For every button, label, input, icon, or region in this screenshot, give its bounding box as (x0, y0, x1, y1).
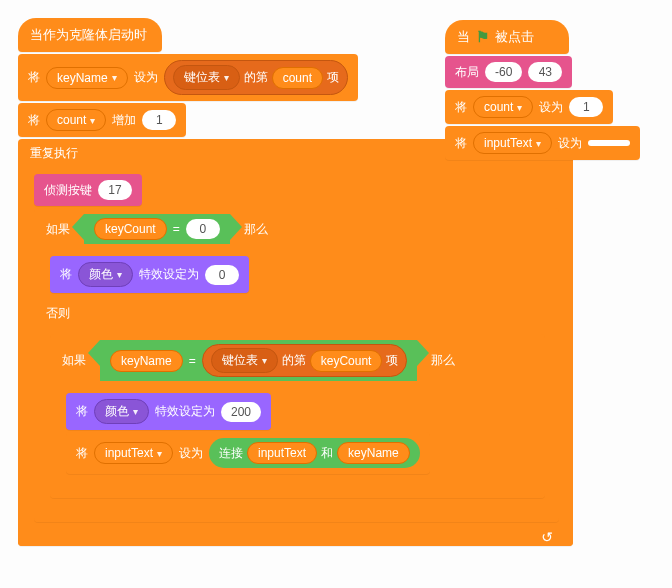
hat-label: 当作为克隆体启动时 (30, 26, 147, 44)
count-val-1[interactable]: 1 (569, 97, 603, 117)
forever-body: 侦测按键 17 如果 keyCount = 0 那么 (34, 174, 573, 522)
txt: 将 (76, 445, 88, 462)
set-effect-200[interactable]: 将 颜色 特效设定为 200 (66, 393, 271, 430)
txt: 增加 (112, 112, 136, 129)
txt: 将 (28, 112, 40, 129)
set-effect-0[interactable]: 将 颜色 特效设定为 0 (50, 256, 249, 293)
var-count[interactable]: count (46, 109, 106, 131)
txt: 当 (457, 28, 470, 46)
join-a[interactable]: inputText (247, 442, 317, 464)
txt: 将 (28, 69, 40, 86)
detect-value[interactable]: 17 (98, 180, 132, 200)
if-keycount-zero[interactable]: 如果 keyCount = 0 那么 将 颜色 特效设定为 (34, 208, 559, 522)
eq-keyname-item[interactable]: keyName = 键位表 的第 keyCount 项 (100, 340, 417, 381)
txt: 将 (455, 135, 467, 152)
item-of-list-reporter[interactable]: 键位表 的第 count 项 (164, 60, 348, 95)
txt: 将 (60, 266, 72, 283)
txt: 如果 (62, 352, 86, 369)
effect-color[interactable]: 颜色 (78, 262, 133, 287)
txt: 和 (321, 445, 333, 462)
forever-block[interactable]: 重复执行 侦测按键 17 如果 keyCount = 0 (18, 139, 573, 546)
op: = (173, 222, 180, 236)
inc-value[interactable]: 1 (142, 110, 176, 130)
input-empty-val[interactable] (588, 140, 630, 146)
var-inputText-r[interactable]: inputText (473, 132, 552, 154)
change-count-block[interactable]: 将 count 增加 1 (18, 103, 186, 137)
txt: 连接 (219, 445, 243, 462)
txt: 如果 (46, 221, 70, 238)
set-inputText-empty[interactable]: 将 inputText 设为 (445, 126, 640, 160)
idx-keyCount[interactable]: keyCount (310, 350, 383, 372)
layout-x[interactable]: -60 (485, 62, 522, 82)
eq-keycount-zero[interactable]: keyCount = 0 (84, 214, 230, 244)
list-name-2[interactable]: 键位表 (211, 348, 278, 373)
var-inputText[interactable]: inputText (94, 442, 173, 464)
txt: 将 (455, 99, 467, 116)
txt: 设为 (539, 99, 563, 116)
var-count-r[interactable]: count (473, 96, 533, 118)
txt: 那么 (431, 352, 455, 369)
effect-color-2[interactable]: 颜色 (94, 399, 149, 424)
loop-arrow-icon: ↻ (541, 529, 553, 545)
var-keyName[interactable]: keyName (46, 67, 128, 89)
hat-flag-clicked[interactable]: 当 ⚑ 被点击 (445, 20, 569, 54)
idx-count[interactable]: count (272, 67, 323, 89)
forever-cap: ↻ (18, 528, 573, 546)
txt: 特效设定为 (155, 403, 215, 420)
set-inputText-join[interactable]: 将 inputText 设为 连接 inputText 和 keyName (66, 432, 430, 474)
txt: 设为 (179, 445, 203, 462)
txt: 设为 (134, 69, 158, 86)
txt: 被点击 (495, 28, 534, 46)
txt: 侦测按键 (44, 182, 92, 199)
layout-block[interactable]: 布局 -60 43 (445, 56, 572, 88)
txt: 将 (76, 403, 88, 420)
txt: 那么 (244, 221, 268, 238)
txt: 的第 (282, 352, 306, 369)
green-flag-icon: ⚑ (476, 28, 489, 46)
op: = (189, 354, 196, 368)
txt: 的第 (244, 69, 268, 86)
txt: 特效设定为 (139, 266, 199, 283)
txt: 项 (327, 69, 339, 86)
detect-key-block[interactable]: 侦测按键 17 (34, 174, 142, 206)
var-keyCount[interactable]: keyCount (94, 218, 167, 240)
right-script: 当 ⚑ 被点击 布局 -60 43 将 count 设为 1 将 inputTe… (445, 20, 640, 160)
join-reporter[interactable]: 连接 inputText 和 keyName (209, 438, 420, 468)
hat-clone-start[interactable]: 当作为克隆体启动时 (18, 18, 162, 52)
txt: 布局 (455, 64, 479, 81)
else-label: 否则 (34, 299, 559, 328)
item-reporter-2[interactable]: 键位表 的第 keyCount 项 (202, 344, 408, 377)
effect-val-200[interactable]: 200 (221, 402, 261, 422)
layout-y[interactable]: 43 (528, 62, 562, 82)
txt: 设为 (558, 135, 582, 152)
var-keyName2[interactable]: keyName (110, 350, 183, 372)
zero-val[interactable]: 0 (186, 219, 220, 239)
list-name[interactable]: 键位表 (173, 65, 240, 90)
txt: 项 (386, 352, 398, 369)
effect-val-0[interactable]: 0 (205, 265, 239, 285)
set-count-1[interactable]: 将 count 设为 1 (445, 90, 613, 124)
join-b[interactable]: keyName (337, 442, 410, 464)
set-keyName-block[interactable]: 将 keyName 设为 键位表 的第 count 项 (18, 54, 358, 101)
if-keyname-match[interactable]: 如果 keyName = 键位表 的第 keyCount 项 (50, 334, 545, 498)
